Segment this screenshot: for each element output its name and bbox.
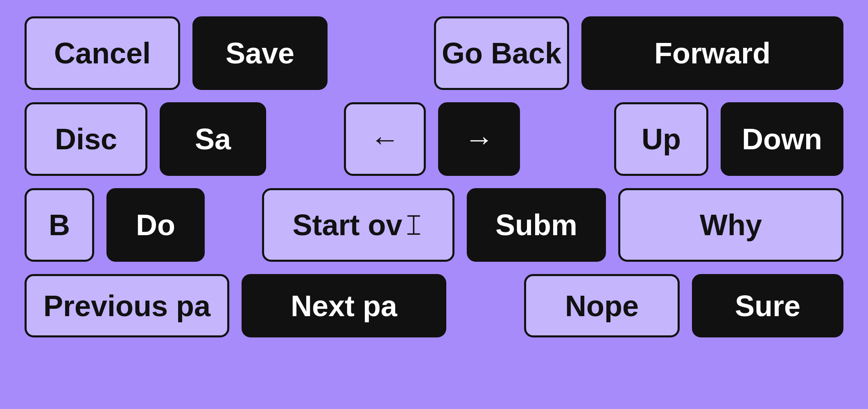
down-button[interactable]: Down	[721, 102, 843, 176]
do-button[interactable]: Do	[106, 188, 205, 262]
row-2: Disc Sa ← → Up Down	[0, 90, 868, 176]
spacer-2	[278, 102, 332, 176]
forward-button[interactable]: Forward	[581, 16, 843, 90]
previous-page-button[interactable]: Previous pa	[25, 274, 229, 337]
arrow-left-button[interactable]: ←	[344, 102, 426, 176]
up-button[interactable]: Up	[614, 102, 708, 176]
why-button[interactable]: Why	[618, 188, 843, 262]
start-over-button[interactable]: Start ov𝙸	[262, 188, 454, 262]
submit-button[interactable]: Subm	[467, 188, 606, 262]
spacer-4	[217, 188, 250, 262]
spacer-5	[459, 274, 512, 337]
discard-button[interactable]: Disc	[25, 102, 147, 176]
next-page-button[interactable]: Next pa	[242, 274, 446, 337]
row-4: Previous pa Next pa Nope Sure	[0, 262, 868, 337]
arrow-right-button[interactable]: →	[438, 102, 520, 176]
row-3: B Do Start ov𝙸 Subm Why	[0, 176, 868, 262]
spacer-1	[340, 16, 422, 90]
sure-button[interactable]: Sure	[692, 274, 843, 337]
row-1: Cancel Save Go Back Forward	[0, 0, 868, 90]
text-cursor-icon: 𝙸	[403, 208, 424, 242]
nope-button[interactable]: Nope	[524, 274, 680, 337]
go-back-button[interactable]: Go Back	[434, 16, 569, 90]
b-button[interactable]: B	[25, 188, 94, 262]
sa-button[interactable]: Sa	[160, 102, 266, 176]
spacer-3	[532, 102, 602, 176]
cancel-button[interactable]: Cancel	[25, 16, 180, 90]
start-over-text: Start ov	[292, 208, 402, 242]
save-button[interactable]: Save	[192, 16, 328, 90]
